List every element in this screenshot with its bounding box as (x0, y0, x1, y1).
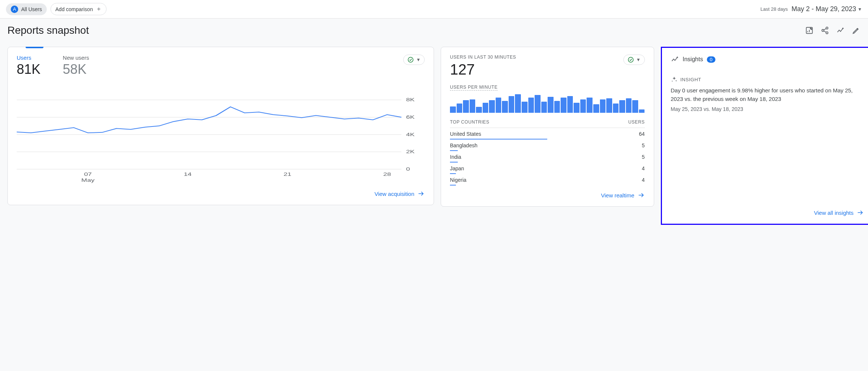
country-row: Japan 4 (450, 162, 645, 174)
insight-item[interactable]: INSIGHT Day 0 user engagement is 9.98% h… (671, 76, 864, 112)
svg-text:28: 28 (383, 172, 391, 177)
arrow-right-icon (856, 209, 864, 216)
bar (541, 102, 547, 113)
checkmark-circle-icon (407, 56, 414, 63)
bar (515, 94, 521, 113)
topbar-left: A All Users Add comparison ＋ (6, 3, 107, 15)
bar (509, 96, 515, 113)
users-per-minute-barchart (450, 94, 645, 113)
date-range-value: May 2 - May 29, 2023 (792, 5, 856, 13)
bar (554, 101, 560, 113)
country-name: India (450, 154, 461, 160)
status-dropdown[interactable]: ▼ (403, 55, 425, 65)
share-icon[interactable] (820, 26, 829, 35)
svg-point-20 (628, 57, 633, 62)
svg-text:0: 0 (406, 167, 410, 171)
bar (619, 100, 625, 113)
bar (450, 106, 456, 113)
view-realtime-link[interactable]: View realtime (601, 191, 645, 199)
bar (580, 99, 586, 113)
metric-users[interactable]: Users 81K (17, 55, 40, 77)
country-bar (450, 139, 645, 139)
view-acquisition-link[interactable]: View acquisition (375, 190, 425, 197)
arrow-right-icon (417, 190, 425, 197)
svg-text:6K: 6K (406, 115, 415, 119)
topbar-right: Last 28 days May 2 - May 29, 2023 ▼ (760, 5, 862, 13)
bar (489, 100, 495, 113)
svg-point-2 (822, 29, 824, 32)
insight-tag-label: INSIGHT (681, 77, 701, 82)
metric-label: Users (17, 55, 40, 61)
realtime-value: 127 (450, 62, 645, 77)
bar (587, 98, 593, 113)
svg-point-3 (826, 32, 828, 34)
country-bar (450, 185, 645, 186)
link-label: View realtime (601, 192, 634, 198)
bar (561, 98, 567, 113)
bar (483, 103, 489, 113)
countries-header-right: USERS (628, 119, 645, 125)
bar (476, 107, 482, 113)
insights-count-badge: 0 (707, 56, 715, 63)
svg-text:8K: 8K (406, 98, 415, 102)
dropdown-arrow-icon: ▼ (636, 57, 641, 62)
metrics-row: Users 81K New users 58K (17, 55, 425, 77)
bar (502, 101, 508, 113)
segment-chip[interactable]: A All Users (6, 3, 47, 15)
country-users: 4 (642, 177, 645, 183)
metric-new-users[interactable]: New users 58K (63, 55, 89, 77)
arrow-right-icon (637, 191, 645, 199)
bar (567, 96, 573, 113)
metric-value: 81K (17, 62, 40, 77)
svg-text:14: 14 (184, 172, 192, 177)
insight-text: Day 0 user engagement is 9.98% higher fo… (671, 86, 864, 103)
sparkle-trend-icon (671, 55, 679, 63)
active-tab-indicator (26, 47, 43, 48)
svg-point-4 (408, 57, 413, 62)
segment-label: All Users (21, 6, 42, 12)
countries-header-left: TOP COUNTRIES (450, 119, 489, 125)
svg-text:May: May (81, 178, 95, 183)
customize-report-icon[interactable] (805, 26, 814, 35)
page-title: Reports snapshot (7, 24, 89, 36)
add-comparison-chip[interactable]: Add comparison ＋ (50, 3, 107, 15)
insights-trend-icon[interactable] (836, 26, 845, 35)
country-bar (450, 173, 645, 174)
country-bar (450, 150, 645, 151)
view-all-insights-link[interactable]: View all insights (814, 209, 864, 216)
add-comparison-label: Add comparison (55, 6, 93, 12)
insights-title: Insights (683, 56, 703, 63)
country-row: Bangladesh 5 (450, 139, 645, 151)
country-name: Nigeria (450, 177, 466, 183)
bar (463, 100, 469, 113)
country-users: 5 (642, 142, 645, 148)
country-name: United States (450, 131, 481, 137)
country-name: Bangladesh (450, 142, 477, 148)
countries-header: TOP COUNTRIES USERS (450, 119, 645, 128)
insights-card: Insights 0 INSIGHT Day 0 user engagement… (661, 47, 868, 225)
plus-icon: ＋ (96, 5, 102, 13)
date-range-picker[interactable]: May 2 - May 29, 2023 ▼ (792, 5, 862, 13)
status-dropdown[interactable]: ▼ (623, 55, 645, 65)
bar (600, 99, 606, 113)
svg-text:2K: 2K (406, 150, 415, 154)
bar (528, 98, 534, 113)
bar (606, 98, 612, 113)
cards-grid: ▼ Users 81K New users 58K 02K4K6K8K07May… (0, 39, 868, 232)
country-users: 64 (639, 131, 645, 137)
date-range-label: Last 28 days (760, 6, 788, 12)
bar (574, 103, 580, 113)
realtime-title: USERS IN LAST 30 MINUTES (450, 55, 645, 60)
metric-label: New users (63, 55, 89, 61)
edit-pencil-icon[interactable] (852, 26, 861, 35)
svg-text:21: 21 (284, 172, 291, 177)
insights-header: Insights 0 (671, 55, 864, 63)
segment-badge: A (11, 6, 18, 13)
top-bar: A All Users Add comparison ＋ Last 28 day… (0, 0, 868, 19)
per-minute-label: USERS PER MINUTE (450, 85, 497, 91)
link-label: View acquisition (375, 191, 414, 197)
realtime-card: ▼ USERS IN LAST 30 MINUTES 127 USERS PER… (441, 47, 654, 207)
country-row: Nigeria 4 (450, 174, 645, 186)
bar (470, 99, 476, 113)
svg-text:07: 07 (84, 172, 92, 177)
